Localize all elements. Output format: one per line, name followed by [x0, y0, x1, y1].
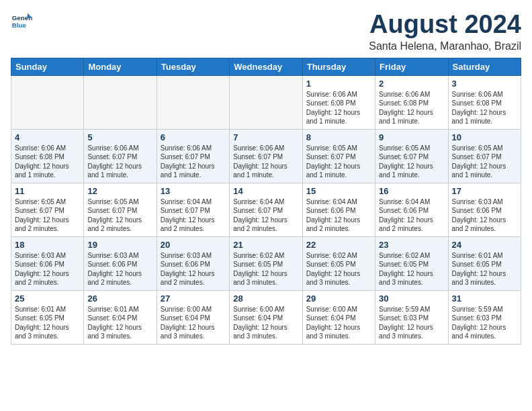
calendar-week-row: 25Sunrise: 6:01 AMSunset: 6:05 PMDayligh… [11, 290, 521, 344]
day-number: 30 [379, 293, 444, 304]
day-info: Sunrise: 6:05 AMSunset: 6:07 PMDaylight:… [87, 197, 152, 234]
day-info: Sunrise: 6:04 AMSunset: 6:07 PMDaylight:… [233, 197, 298, 234]
day-info: Sunrise: 6:04 AMSunset: 6:06 PMDaylight:… [306, 197, 371, 234]
day-info: Sunrise: 6:04 AMSunset: 6:06 PMDaylight:… [379, 197, 444, 234]
day-info: Sunrise: 6:06 AMSunset: 6:08 PMDaylight:… [306, 90, 371, 126]
day-info: Sunrise: 6:02 AMSunset: 6:05 PMDaylight:… [233, 251, 298, 287]
calendar-cell: 20Sunrise: 6:03 AMSunset: 6:06 PMDayligh… [157, 236, 229, 290]
day-number: 20 [161, 240, 226, 250]
calendar-week-row: 18Sunrise: 6:03 AMSunset: 6:06 PMDayligh… [11, 236, 521, 290]
day-info: Sunrise: 5:59 AMSunset: 6:03 PMDaylight:… [452, 305, 517, 341]
day-number: 11 [15, 186, 80, 196]
calendar-cell: 28Sunrise: 6:00 AMSunset: 6:04 PMDayligh… [230, 290, 302, 344]
logo-icon: General Blue [11, 11, 32, 32]
day-info: Sunrise: 6:03 AMSunset: 6:06 PMDaylight:… [15, 251, 80, 287]
calendar-cell [230, 75, 302, 129]
calendar-cell: 26Sunrise: 6:01 AMSunset: 6:04 PMDayligh… [84, 290, 157, 344]
calendar-cell: 17Sunrise: 6:03 AMSunset: 6:06 PMDayligh… [448, 183, 521, 236]
calendar-cell: 30Sunrise: 5:59 AMSunset: 6:03 PMDayligh… [375, 290, 448, 344]
day-number: 22 [306, 240, 371, 250]
day-number: 29 [306, 293, 371, 304]
weekday-header-friday: Friday [375, 58, 448, 75]
day-number: 28 [233, 293, 298, 304]
calendar-cell: 5Sunrise: 6:06 AMSunset: 6:07 PMDaylight… [84, 129, 157, 183]
logo: General Blue [11, 11, 32, 32]
day-info: Sunrise: 6:00 AMSunset: 6:04 PMDaylight:… [233, 305, 298, 341]
day-number: 8 [306, 132, 371, 142]
day-number: 26 [87, 293, 152, 304]
weekday-header-tuesday: Tuesday [157, 58, 229, 75]
day-number: 4 [15, 132, 80, 142]
calendar-cell: 3Sunrise: 6:06 AMSunset: 6:08 PMDaylight… [448, 75, 521, 129]
weekday-header-thursday: Thursday [302, 58, 375, 75]
weekday-header-monday: Monday [84, 58, 157, 75]
day-info: Sunrise: 6:03 AMSunset: 6:06 PMDaylight:… [452, 197, 517, 234]
day-number: 17 [452, 186, 517, 196]
day-info: Sunrise: 6:03 AMSunset: 6:06 PMDaylight:… [161, 251, 226, 287]
day-info: Sunrise: 6:01 AMSunset: 6:05 PMDaylight:… [15, 305, 80, 341]
calendar-cell: 14Sunrise: 6:04 AMSunset: 6:07 PMDayligh… [230, 183, 302, 236]
day-number: 14 [233, 186, 298, 196]
calendar-week-row: 11Sunrise: 6:05 AMSunset: 6:07 PMDayligh… [11, 183, 521, 236]
day-number: 5 [87, 132, 152, 142]
calendar-cell: 7Sunrise: 6:06 AMSunset: 6:07 PMDaylight… [230, 129, 302, 183]
calendar-cell: 13Sunrise: 6:04 AMSunset: 6:07 PMDayligh… [157, 183, 229, 236]
weekday-header-saturday: Saturday [448, 58, 521, 75]
day-info: Sunrise: 5:59 AMSunset: 6:03 PMDaylight:… [379, 305, 444, 341]
day-info: Sunrise: 6:02 AMSunset: 6:05 PMDaylight:… [379, 251, 444, 287]
title-area: August 2024 Santa Helena, Maranhao, Braz… [369, 11, 521, 52]
calendar-cell: 23Sunrise: 6:02 AMSunset: 6:05 PMDayligh… [375, 236, 448, 290]
day-info: Sunrise: 6:04 AMSunset: 6:07 PMDaylight:… [161, 197, 226, 234]
calendar-cell: 11Sunrise: 6:05 AMSunset: 6:07 PMDayligh… [11, 183, 84, 236]
calendar-cell: 10Sunrise: 6:05 AMSunset: 6:07 PMDayligh… [448, 129, 521, 183]
day-number: 31 [452, 293, 517, 304]
calendar-title: August 2024 [369, 11, 521, 39]
day-number: 9 [379, 132, 444, 142]
weekday-header-sunday: Sunday [11, 58, 84, 75]
day-number: 27 [161, 293, 226, 304]
day-number: 3 [452, 79, 517, 89]
day-info: Sunrise: 6:05 AMSunset: 6:07 PMDaylight:… [452, 144, 517, 180]
weekday-header-row: SundayMondayTuesdayWednesdayThursdayFrid… [11, 58, 521, 75]
weekday-header-wednesday: Wednesday [230, 58, 302, 75]
day-number: 21 [233, 240, 298, 250]
calendar-cell: 16Sunrise: 6:04 AMSunset: 6:06 PMDayligh… [375, 183, 448, 236]
day-info: Sunrise: 6:06 AMSunset: 6:07 PMDaylight:… [233, 144, 298, 180]
day-info: Sunrise: 6:06 AMSunset: 6:07 PMDaylight:… [87, 144, 152, 180]
calendar-cell: 29Sunrise: 6:00 AMSunset: 6:04 PMDayligh… [302, 290, 375, 344]
day-number: 15 [306, 186, 371, 196]
calendar-cell: 12Sunrise: 6:05 AMSunset: 6:07 PMDayligh… [84, 183, 157, 236]
day-info: Sunrise: 6:05 AMSunset: 6:07 PMDaylight:… [379, 144, 444, 180]
svg-text:Blue: Blue [12, 21, 27, 29]
calendar-table: SundayMondayTuesdayWednesdayThursdayFrid… [11, 58, 521, 345]
calendar-cell: 4Sunrise: 6:06 AMSunset: 6:08 PMDaylight… [11, 129, 84, 183]
day-number: 25 [15, 293, 80, 304]
day-info: Sunrise: 6:06 AMSunset: 6:07 PMDaylight:… [161, 144, 226, 180]
calendar-week-row: 1Sunrise: 6:06 AMSunset: 6:08 PMDaylight… [11, 75, 521, 129]
day-number: 2 [379, 79, 444, 89]
calendar-cell: 21Sunrise: 6:02 AMSunset: 6:05 PMDayligh… [230, 236, 302, 290]
calendar-cell: 8Sunrise: 6:05 AMSunset: 6:07 PMDaylight… [302, 129, 375, 183]
day-info: Sunrise: 6:05 AMSunset: 6:07 PMDaylight:… [15, 197, 80, 234]
calendar-cell: 15Sunrise: 6:04 AMSunset: 6:06 PMDayligh… [302, 183, 375, 236]
calendar-cell: 31Sunrise: 5:59 AMSunset: 6:03 PMDayligh… [448, 290, 521, 344]
calendar-cell: 27Sunrise: 6:00 AMSunset: 6:04 PMDayligh… [157, 290, 229, 344]
day-number: 6 [161, 132, 226, 142]
day-info: Sunrise: 6:05 AMSunset: 6:07 PMDaylight:… [306, 144, 371, 180]
day-number: 23 [379, 240, 444, 250]
day-info: Sunrise: 6:01 AMSunset: 6:05 PMDaylight:… [452, 251, 517, 287]
day-number: 7 [233, 132, 298, 142]
calendar-cell: 1Sunrise: 6:06 AMSunset: 6:08 PMDaylight… [302, 75, 375, 129]
calendar-cell: 22Sunrise: 6:02 AMSunset: 6:05 PMDayligh… [302, 236, 375, 290]
calendar-cell: 9Sunrise: 6:05 AMSunset: 6:07 PMDaylight… [375, 129, 448, 183]
day-number: 1 [306, 79, 371, 89]
calendar-cell [84, 75, 157, 129]
day-info: Sunrise: 6:00 AMSunset: 6:04 PMDaylight:… [306, 305, 371, 341]
day-number: 19 [87, 240, 152, 250]
calendar-cell [157, 75, 229, 129]
calendar-cell: 6Sunrise: 6:06 AMSunset: 6:07 PMDaylight… [157, 129, 229, 183]
day-info: Sunrise: 6:06 AMSunset: 6:08 PMDaylight:… [15, 144, 80, 180]
calendar-week-row: 4Sunrise: 6:06 AMSunset: 6:08 PMDaylight… [11, 129, 521, 183]
calendar-cell: 25Sunrise: 6:01 AMSunset: 6:05 PMDayligh… [11, 290, 84, 344]
day-info: Sunrise: 6:00 AMSunset: 6:04 PMDaylight:… [161, 305, 226, 341]
